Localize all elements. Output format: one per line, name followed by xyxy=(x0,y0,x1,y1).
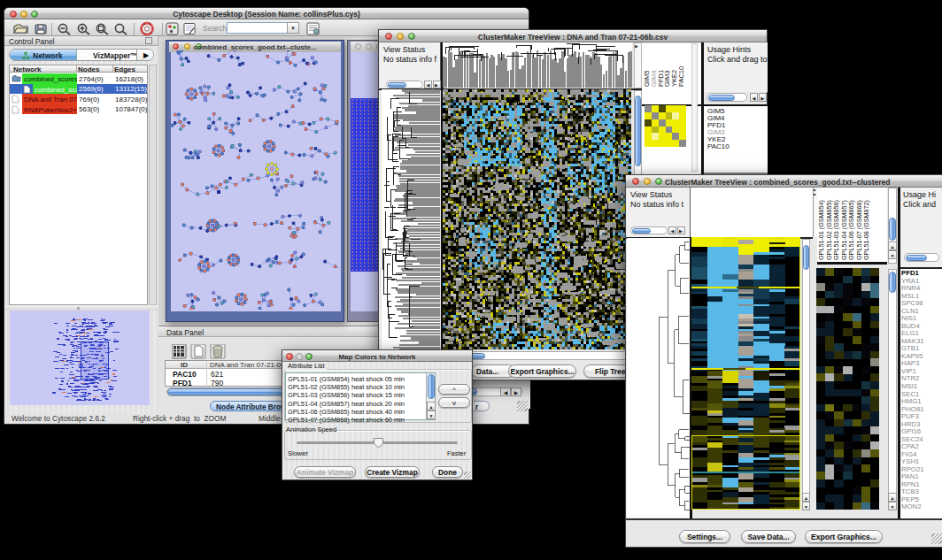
svg-text:PAC10: PAC10 xyxy=(677,66,685,87)
svg-text:GPL51-08 (GSM872): GPL51-08 (GSM872) xyxy=(862,200,870,260)
